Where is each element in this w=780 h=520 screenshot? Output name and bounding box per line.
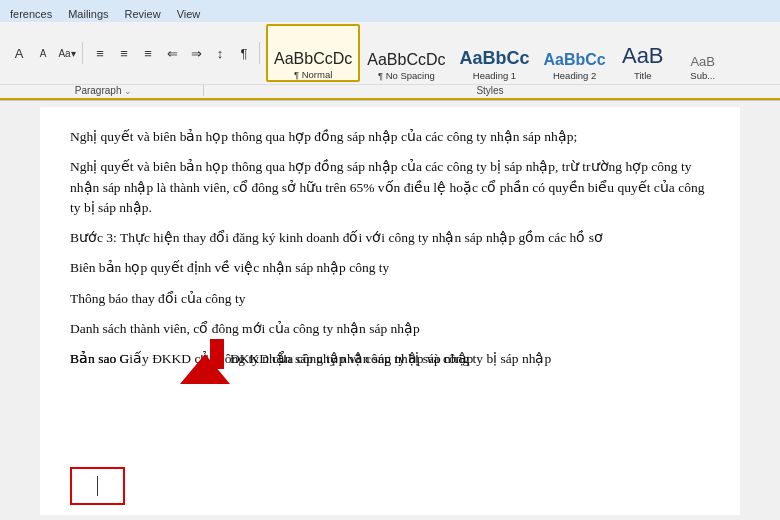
style-normal[interactable]: AaBbCcDc ¶ Normal <box>266 24 360 82</box>
paragraph-section-label: Paragraph ⌄ <box>4 85 204 96</box>
paragraph-3: Bước 3: Thực hiện thay đổi đăng ký kinh … <box>70 228 710 248</box>
font-format-btn[interactable]: Aa▾ <box>56 42 78 64</box>
page-container: Nghị quyết và biên bản họp thông qua hợp… <box>0 101 780 520</box>
style-sub-label: Sub... <box>690 70 715 81</box>
style-normal-label: ¶ Normal <box>294 69 332 80</box>
font-size-up-btn[interactable]: A <box>8 42 30 64</box>
text-cursor <box>97 476 98 496</box>
decrease-indent-btn[interactable]: ⇐ <box>161 42 183 64</box>
tab-view[interactable]: View <box>169 6 209 22</box>
paragraph-5: Thông báo thay đổi của công ty <box>70 289 710 309</box>
style-heading2-preview: AaBbCc <box>544 27 606 69</box>
style-heading2[interactable]: AaBbCc Heading 2 <box>537 24 613 82</box>
ribbon: ferences Mailings Review View A A Aa▾ ≡ … <box>0 0 780 101</box>
paragraph-4: Biên bản họp quyết định về việc nhận sáp… <box>70 258 710 278</box>
number-list-btn[interactable]: ≡ <box>113 42 135 64</box>
style-heading1-label: Heading 1 <box>473 70 516 81</box>
styles-gallery: AaBbCcDc ¶ Normal AaBbCcDc ¶ No Spacing … <box>262 24 776 82</box>
increase-indent-btn[interactable]: ⇒ <box>185 42 207 64</box>
list-section: ≡ ≡ ≡ ⇐ ⇒ ↕ ¶ <box>85 42 260 64</box>
font-size-down-btn[interactable]: A <box>32 42 54 64</box>
style-heading2-label: Heading 2 <box>553 70 596 81</box>
document-area[interactable]: Nghị quyết và biên bản họp thông qua hợp… <box>40 107 740 515</box>
show-marks-btn[interactable]: ¶ <box>233 42 255 64</box>
multilevel-list-btn[interactable]: ≡ <box>137 42 159 64</box>
style-no-spacing-label: ¶ No Spacing <box>378 70 435 81</box>
tab-references[interactable]: ferences <box>2 6 60 22</box>
style-title[interactable]: AaB Title <box>613 24 673 82</box>
style-title-label: Title <box>634 70 652 81</box>
styles-section-label: Styles <box>204 85 776 96</box>
toolbar-row-1: A A Aa▾ ≡ ≡ ≡ ⇐ ⇒ ↕ ¶ AaBbCcDc ¶ Normal <box>0 22 780 85</box>
paragraph-2: Nghị quyết và biên bản họp thông qua hợp… <box>70 157 710 218</box>
style-heading1[interactable]: AaBbCc Heading 1 <box>453 24 537 82</box>
paragraph-1: Nghị quyết và biên bản họp thông qua hợp… <box>70 127 710 147</box>
text-cursor-box[interactable] <box>70 467 125 505</box>
style-heading1-preview: AaBbCc <box>460 27 530 69</box>
style-no-spacing[interactable]: AaBbCcDc ¶ No Spacing <box>360 24 452 82</box>
paragraph-6: Danh sách thành viên, cổ đông mới của cô… <box>70 319 710 339</box>
tab-review[interactable]: Review <box>117 6 169 22</box>
style-title-preview: AaB <box>622 27 664 69</box>
tab-mailings[interactable]: Mailings <box>60 6 116 22</box>
font-size-section: A A Aa▾ <box>4 42 83 64</box>
bullet-list-btn[interactable]: ≡ <box>89 42 111 64</box>
style-normal-preview: AaBbCcDc <box>274 28 352 68</box>
section-labels-row: Paragraph ⌄ Styles <box>0 85 780 100</box>
style-no-spacing-preview: AaBbCcDc <box>367 27 445 69</box>
tab-row: ferences Mailings Review View <box>0 0 780 22</box>
paragraph-7: Bản sao Giấy ĐKKD của công ty nhận sáp n… <box>70 349 710 369</box>
style-sub-preview: AaB <box>690 27 715 69</box>
style-sub[interactable]: AaB Sub... <box>673 24 733 82</box>
sort-btn[interactable]: ↕ <box>209 42 231 64</box>
